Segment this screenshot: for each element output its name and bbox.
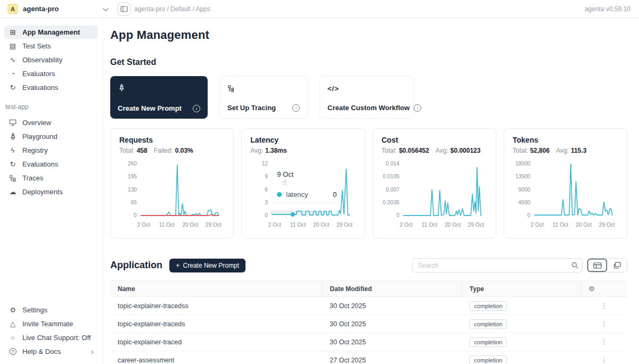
requests-chart[interactable]: 2601951306502 Oct11 Oct20 Oct29 Oct <box>119 156 225 234</box>
sidebar-app-item-playground[interactable]: Playground <box>4 130 98 143</box>
top-bar: A agenta-pro agenta-pro / Default / Apps… <box>0 0 639 18</box>
sidebar-item-label: Evaluations <box>22 160 58 168</box>
info-icon[interactable]: i <box>414 104 421 112</box>
sidebar-app-item-traces[interactable]: Traces <box>4 171 98 185</box>
cell-name: topic-explainer-traced <box>110 333 322 351</box>
table-row-topic-explainer-tracedss[interactable]: topic-explainer-tracedss30 Oct 2025compl… <box>110 297 627 315</box>
x-tick-label: 20 Oct <box>182 222 198 228</box>
x-tick-label: 11 Oct <box>159 222 175 228</box>
cell-date-modified: 30 Oct 2025 <box>322 333 462 351</box>
cost-line <box>403 168 481 216</box>
create-new-prompt-button[interactable]: + Create New Prompt <box>169 259 245 272</box>
gauge-icon: ◔ <box>9 70 17 78</box>
column-header-name[interactable]: Name <box>110 281 322 297</box>
tokens-line <box>535 164 612 215</box>
sidebar-toggle-icon[interactable] <box>118 3 130 15</box>
plus-icon: + <box>176 261 180 269</box>
tokens-chart[interactable]: 18000135009000450002 Oct11 Oct20 Oct29 O… <box>513 156 618 234</box>
table-row-topic-explainer-traceds[interactable]: topic-explainer-traceds30 Oct 2025comple… <box>110 315 627 333</box>
y-tick-label: 0.0035 <box>382 200 399 205</box>
sidebar-item-evaluations[interactable]: ↻Evaluations <box>4 81 98 94</box>
cell-type: completion <box>462 315 580 333</box>
search-icon[interactable] <box>567 262 582 269</box>
x-tick-label: 29 Oct <box>337 222 353 228</box>
chart-stats: Avg:1.38ms <box>250 147 356 154</box>
search-box <box>412 258 583 272</box>
sidebar-item-label: Traces <box>22 174 43 182</box>
x-tick-label: 2 Oct <box>530 222 544 228</box>
latency-chart[interactable]: 1296302 Oct11 Oct20 Oct29 Oct <box>250 156 356 234</box>
x-tick-label: 20 Oct <box>313 222 329 228</box>
search-input[interactable] <box>413 262 567 269</box>
sidebar-item-test-sets[interactable]: ▤Test Sets <box>4 39 98 53</box>
table-row-career-assessment[interactable]: career-assessment27 Oct 2025completion⋮ <box>110 351 627 364</box>
cell-date-modified: 27 Oct 2025 <box>322 351 462 364</box>
cell-type: completion <box>462 297 580 315</box>
sidebar-app-item-deployments[interactable]: ☁Deployments <box>4 185 98 198</box>
table-icon: ▤ <box>9 42 17 50</box>
chart-title: Tokens <box>513 136 618 144</box>
sidebar-footer-item-invite-teammate[interactable]: △Invite Teammate <box>4 317 98 330</box>
row-menu-icon[interactable]: ⋮ <box>601 320 608 328</box>
cell-date-modified: 30 Oct 2025 <box>322 297 462 315</box>
sidebar-item-label: App Management <box>22 28 80 36</box>
info-icon[interactable]: i <box>292 104 300 112</box>
sidebar-item-label: Live Chat Support: Off <box>22 334 91 342</box>
table-row-topic-explainer-traced[interactable]: topic-explainer-traced30 Oct 2025complet… <box>110 333 627 351</box>
sidebar-item-observability[interactable]: ∿Observability <box>4 53 98 67</box>
sidebar-item-app-management[interactable]: ⊞App Management <box>4 26 98 39</box>
get-started-card-create-custom-workflow[interactable]: </>Create Custom Workflowi <box>320 76 414 119</box>
card-label-row: Set Up Tracingi <box>227 104 300 112</box>
y-tick-label: 0 <box>527 212 530 218</box>
stat-label: Total: <box>513 147 528 154</box>
sidebar-app-item-overview[interactable]: Overview <box>4 116 98 129</box>
y-tick-label: 0 <box>396 212 399 218</box>
stat-label: Avg: <box>436 147 448 154</box>
stat-value: 0.03% <box>175 147 193 154</box>
sidebar-item-label: Overview <box>22 119 51 127</box>
table-settings-gear-icon[interactable]: ⚙ <box>588 285 595 293</box>
cell-name: career-assessment <box>110 351 322 364</box>
card-label: Create New Prompt <box>118 104 182 112</box>
workspace-selector[interactable]: A agenta-pro <box>7 4 103 14</box>
info-icon[interactable]: i <box>193 105 200 112</box>
type-badge: completion <box>469 301 507 311</box>
column-header-date-modified[interactable]: Date Modified <box>322 281 462 297</box>
column-header-type[interactable]: Type <box>462 281 580 297</box>
stat-value: $0.056452 <box>399 147 429 154</box>
cell-actions: ⋮ <box>581 351 627 364</box>
x-tick-label: 20 Oct <box>576 222 592 228</box>
sidebar-item-label: Registry <box>22 146 48 154</box>
chevron-down-icon[interactable] <box>103 4 109 14</box>
chart-stat: Total:458 <box>119 147 148 154</box>
row-menu-icon[interactable]: ⋮ <box>601 356 608 364</box>
sidebar-footer-item-help-docs[interactable]: ?Help & Docs› <box>4 345 98 358</box>
application-header: Application + Create New Prompt <box>110 258 627 272</box>
sidebar-item-evaluators[interactable]: ◔Evaluators <box>4 67 98 80</box>
sidebar-app-item-evaluations[interactable]: ↻Evaluations <box>4 158 98 171</box>
get-started-card-create-new-prompt[interactable]: Create New Prompti <box>110 76 208 119</box>
sidebar-item-label: Test Sets <box>22 42 51 50</box>
table-view-button[interactable] <box>587 259 607 272</box>
sidebar-footer-item-live-chat-support-off[interactable]: ○Live Chat Support: Off <box>4 331 98 344</box>
x-tick-label: 29 Oct <box>468 222 484 228</box>
stat-label: Avg: <box>250 147 263 154</box>
gear-icon: ⚙ <box>9 306 17 314</box>
stat-label: Failed: <box>154 147 173 154</box>
cost-chart-card: CostTotal:$0.056452Avg:$0.0001230.0140.0… <box>373 128 496 238</box>
get-started-card-set-up-tracing[interactable]: Set Up Tracingi <box>219 76 308 119</box>
chevron-right-icon: › <box>91 348 94 356</box>
row-menu-icon[interactable]: ⋮ <box>601 338 608 346</box>
breadcrumb[interactable]: agenta-pro / Default / Apps <box>134 5 210 13</box>
card-label: Create Custom Workflow <box>327 104 409 112</box>
y-tick-label: 12 <box>262 161 268 167</box>
sidebar-section-label: test-app <box>5 103 94 111</box>
card-view-button[interactable] <box>607 259 627 272</box>
page-title: App Management <box>110 28 627 42</box>
sidebar-footer-item-settings[interactable]: ⚙Settings <box>4 303 98 317</box>
sidebar-app-item-registry[interactable]: ϟRegistry <box>4 144 98 157</box>
sidebar: ⊞App Management▤Test Sets∿Observability◔… <box>0 18 103 364</box>
type-badge: completion <box>469 319 507 329</box>
cost-chart[interactable]: 0.0140.01050.0070.003502 Oct11 Oct20 Oct… <box>382 156 487 234</box>
row-menu-icon[interactable]: ⋮ <box>601 302 608 310</box>
